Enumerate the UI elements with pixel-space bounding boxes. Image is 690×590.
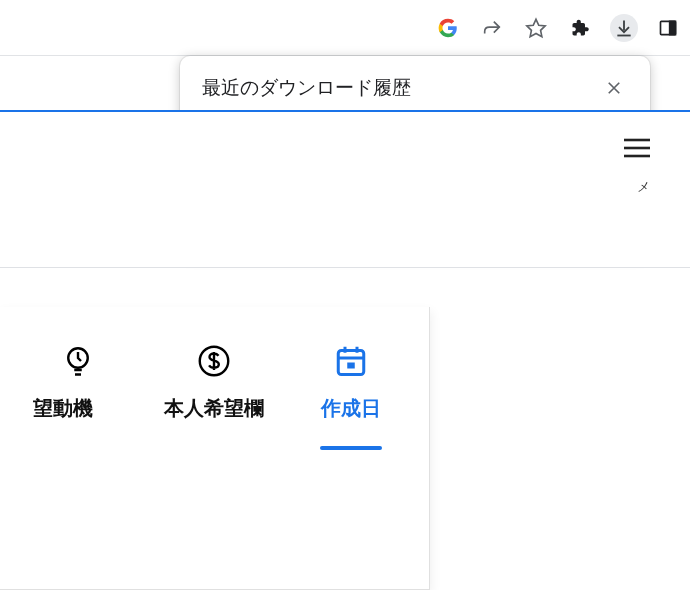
form-card: 望動機 本人希望欄 作成日: [0, 307, 430, 590]
close-icon[interactable]: [600, 74, 628, 102]
tab-label: 本人希望欄: [164, 395, 264, 422]
browser-toolbar: [0, 0, 690, 56]
page-header-strip: [0, 110, 690, 268]
side-panel-icon[interactable]: [654, 14, 682, 42]
downloads-icon[interactable]: [610, 14, 638, 42]
share-icon[interactable]: [478, 14, 506, 42]
tab-date[interactable]: 作成日: [291, 341, 411, 450]
tab-motive[interactable]: 望動機: [18, 341, 138, 450]
form-tabs: 望動機 本人希望欄 作成日: [0, 341, 429, 450]
svg-rect-2: [670, 21, 676, 34]
tab-wish[interactable]: 本人希望欄: [154, 341, 274, 450]
google-icon[interactable]: [434, 14, 462, 42]
bulb-icon: [58, 341, 98, 381]
svg-marker-0: [527, 19, 545, 36]
svg-rect-14: [347, 363, 355, 369]
star-icon[interactable]: [522, 14, 550, 42]
downloads-title: 最近のダウンロード履歴: [202, 75, 411, 101]
hamburger-icon[interactable]: [622, 136, 652, 164]
toolbar-actions: [434, 10, 682, 46]
dollar-icon: [194, 341, 234, 381]
tab-label: 望動機: [33, 395, 93, 422]
tab-label: 作成日: [321, 395, 381, 422]
hamburger-partial-label: メ: [637, 178, 650, 196]
extensions-icon[interactable]: [566, 14, 594, 42]
calendar-icon: [331, 341, 371, 381]
